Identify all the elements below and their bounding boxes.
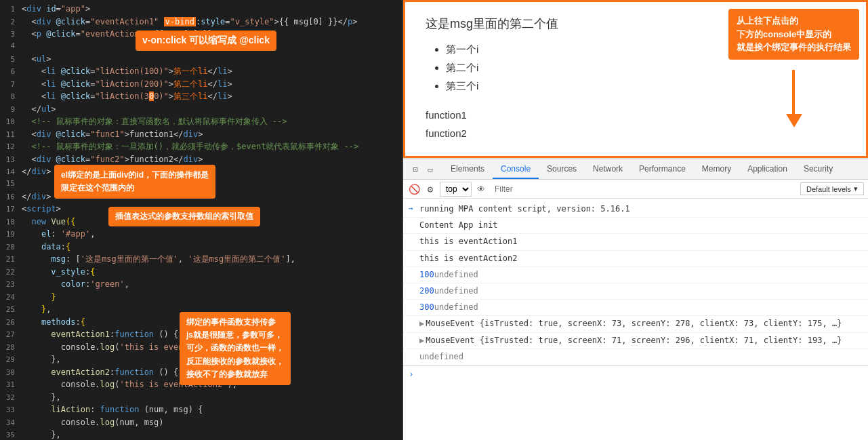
line-number: 30 <box>0 367 22 379</box>
line-content: new Vue({ <box>22 216 400 228</box>
tab-application[interactable]: Application <box>739 160 795 179</box>
line-content: liAction: function (num, msg) { <box>22 403 400 416</box>
console-undefined: undefined <box>434 268 478 281</box>
line-number: 7 <box>0 79 22 91</box>
tab-sources[interactable]: Sources <box>539 160 585 179</box>
console-text: this is eventAction1 <box>419 235 518 248</box>
line-content: <li @click="liAction(300)">第三个li</li> <box>22 90 400 102</box>
console-input[interactable] <box>418 369 863 378</box>
code-line: 18 new Vue({ <box>0 216 402 228</box>
code-line: 22 v_style:{ <box>0 266 402 279</box>
code-line: 9 </ul> <box>0 103 402 116</box>
line-number: 12 <box>0 142 22 153</box>
console-prompt-icon: › <box>409 369 414 379</box>
console-num: 100 <box>419 268 434 281</box>
code-line: 13 <div @click="func2">function2</div> <box>0 153 402 166</box>
code-line: 3 <p @click="eventAction2">{{ msg[1] }}<… <box>0 28 402 41</box>
devtools-dock-icon[interactable]: ⊡ <box>409 163 422 176</box>
tab-network[interactable]: Network <box>585 160 631 179</box>
console-line-mouseevent2: ▶ MouseEvent {isTrusted: true, screenX: … <box>403 333 868 349</box>
code-line: 23 color:'green', <box>0 278 402 291</box>
tab-security[interactable]: Security <box>795 160 841 179</box>
line-number: 26 <box>0 317 22 329</box>
line-content: <li @click="liAction(100)">第一个li</li> <box>22 65 400 77</box>
line-number: 5 <box>0 54 22 66</box>
right-panel: 这是msg里面的第二个值 第一个i第二个i第三个i function1 func… <box>403 0 868 440</box>
line-content: color:'green', <box>22 278 400 290</box>
line-number: 4 <box>0 41 22 52</box>
preview-functions: function1 function2 <box>426 106 846 142</box>
expand-icon[interactable]: ▶ <box>419 317 424 330</box>
default-levels-button[interactable]: Default levels ▾ <box>800 182 864 195</box>
line-number: 9 <box>0 104 22 116</box>
console-line-300: 300 undefined <box>403 300 868 316</box>
line-content: msg: ['这是msg里面的第一个值', '这是msg里面的第二个值'], <box>22 253 400 265</box>
line-number: 22 <box>0 267 22 279</box>
code-line: 33 liAction: function (num, msg) { <box>0 403 402 416</box>
line-number: 11 <box>0 129 22 141</box>
line-content: <div @click="func2">function2</div> <box>22 153 400 165</box>
eye-icon[interactable]: 👁 <box>474 182 488 196</box>
list-item: 第二个i <box>446 58 846 77</box>
code-line: 29 }, <box>0 353 402 366</box>
code-line: 2 <div @click="eventAction1" v-bind:styl… <box>0 16 402 28</box>
clear-console-icon[interactable]: 🚫 <box>407 182 421 196</box>
line-number: 28 <box>0 342 22 354</box>
line-content: <!-- 鼠标事件的对象：一旦添加()，就必须手动传参，$event就代表鼠标事… <box>22 140 400 153</box>
console-line: this is eventAction1 <box>403 234 868 250</box>
line-content: } <box>22 291 400 303</box>
line-number: 33 <box>0 405 22 416</box>
code-line: 21 msg: ['这是msg里面的第一个值', '这是msg里面的第二个值']… <box>0 253 402 266</box>
line-number: 18 <box>0 217 22 228</box>
line-content: <li @click="liAction(200)">第二个li</li> <box>22 78 400 90</box>
line-content: v_style:{ <box>22 266 400 278</box>
line-number: 16 <box>0 192 22 203</box>
line-content: }, <box>22 353 400 365</box>
code-line: 4 <box>0 41 402 53</box>
code-line: 6 <li @click="liAction(100)">第一个li</li> <box>0 65 402 78</box>
console-line-100: 100 undefined <box>403 267 868 283</box>
code-line: 31 console.log('this is eventAction2'); <box>0 378 402 391</box>
devtools-mobile-icon[interactable]: ▭ <box>423 163 437 176</box>
line-number: 35 <box>0 430 22 440</box>
console-undefined: undefined <box>434 301 478 314</box>
code-line: 34 console.log(num, msg) <box>0 416 402 429</box>
console-text: MouseEvent {isTrusted: true, screenX: 71… <box>426 334 842 347</box>
tab-elements[interactable]: Elements <box>442 160 493 179</box>
context-selector[interactable]: top <box>440 182 472 197</box>
line-content: <!-- 鼠标事件的对象：直接写函数名，默认将鼠标事件对象传入 --> <box>22 115 400 127</box>
code-line: 5 <ul> <box>0 53 402 66</box>
line-content: console.log('this is eventAction1'); <box>22 341 400 353</box>
line-number: 24 <box>0 292 22 304</box>
expand-icon[interactable]: ▶ <box>419 334 424 347</box>
arrow-shaft <box>792 70 795 117</box>
code-line: 14</div> <box>0 165 402 178</box>
line-content: </ul> <box>22 103 400 115</box>
tab-performance[interactable]: Performance <box>631 160 694 179</box>
console-line-200: 200 undefined <box>403 283 868 300</box>
tab-console[interactable]: Console <box>493 160 539 179</box>
code-line: 7 <li @click="liAction(200)">第二个li</li> <box>0 78 402 91</box>
line-number: 21 <box>0 254 22 266</box>
console-line-mouseevent1: ▶ MouseEvent {isTrusted: true, screenX: … <box>403 316 868 332</box>
line-content: }, <box>22 303 400 315</box>
console-filter-input[interactable] <box>491 183 798 195</box>
line-content: <div id="app"> <box>22 3 400 15</box>
line-content: console.log('this is eventAction2'); <box>22 378 400 391</box>
console-text: running MPA content script, version: 5.1… <box>419 203 630 216</box>
line-content: </div> <box>22 191 400 203</box>
line-number: 34 <box>0 418 22 429</box>
line-content: eventAction2:function () { <box>22 366 400 378</box>
code-line: 32 }, <box>0 391 402 404</box>
console-arrow-icon: → <box>409 203 413 215</box>
line-number: 29 <box>0 355 22 366</box>
line-number: 3 <box>0 29 22 41</box>
line-number: 10 <box>0 117 22 128</box>
tab-memory[interactable]: Memory <box>694 160 739 179</box>
console-input-line: › <box>403 365 868 382</box>
code-line: 20 data:{ <box>0 241 402 254</box>
code-line: 17<script> <box>0 203 402 216</box>
console-settings-icon[interactable]: ⚙ <box>423 182 437 196</box>
console-text: undefined <box>419 351 463 363</box>
devtools-panel: ⊡ ▭ Elements Console Sources Network Per… <box>403 158 868 440</box>
